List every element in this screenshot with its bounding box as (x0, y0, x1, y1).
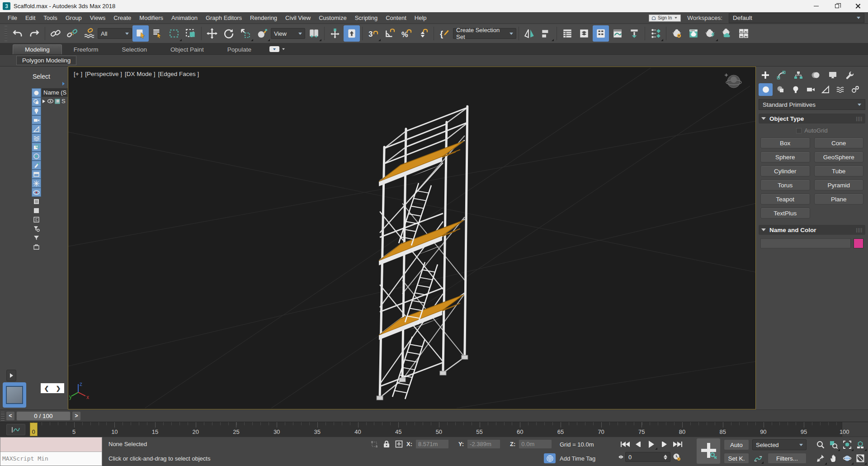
absolute-offset-toggle[interactable] (394, 440, 403, 449)
zoom-all-button[interactable] (827, 438, 841, 452)
scene-explorer-name-column[interactable]: Name (S (42, 88, 68, 97)
field-of-view-button[interactable] (814, 452, 827, 465)
viewport-menu-general[interactable]: [+ ] (74, 71, 82, 77)
mirror-button[interactable] (521, 25, 538, 42)
menu-customize[interactable]: Customize (315, 12, 350, 24)
box-button[interactable]: Box (760, 138, 810, 148)
menu-file[interactable]: File (4, 12, 21, 24)
tab-motion[interactable] (807, 69, 824, 81)
close-button[interactable] (847, 0, 868, 12)
display-influences-button[interactable] (32, 215, 41, 224)
z-coordinate-field[interactable]: 0.0m (519, 439, 552, 449)
category-shapes[interactable] (774, 83, 788, 96)
scene-object-name[interactable]: S (61, 98, 66, 105)
tab-utilities[interactable] (842, 69, 858, 81)
container-button[interactable] (32, 242, 41, 251)
select-and-manipulate-button[interactable] (327, 25, 343, 42)
geosphere-button[interactable]: GeoSphere (814, 152, 864, 162)
zoom-extents-all-button[interactable] (854, 438, 868, 452)
toggle-ribbon-button[interactable] (593, 25, 609, 42)
display-list-mode-button[interactable] (32, 197, 41, 206)
display-spacewarps-toggle[interactable] (32, 133, 41, 143)
display-geometry-toggle[interactable] (32, 88, 41, 97)
select-object-button[interactable] (132, 25, 149, 42)
cylinder-button[interactable]: Cylinder (760, 166, 810, 176)
previous-frame-button[interactable] (632, 438, 645, 450)
scene-3d-scaffold[interactable]: y z x (68, 67, 755, 409)
menu-create[interactable]: Create (109, 12, 135, 24)
viewport-menu-edged-faces[interactable]: [Edged Faces ] (158, 71, 199, 77)
curve-editor-button[interactable] (609, 25, 626, 42)
mini-curve-editor-button[interactable] (6, 424, 25, 435)
viewport-menu-shading[interactable]: [DX Mode ] (125, 71, 156, 77)
isolate-selection-toggle[interactable] (544, 453, 556, 463)
nav-right-button[interactable]: ❯ (52, 383, 64, 393)
display-shapes-toggle[interactable] (32, 97, 41, 106)
torus-button[interactable]: Torus (760, 180, 810, 190)
play-animation-button[interactable] (645, 438, 658, 450)
pan-view-button[interactable] (827, 452, 841, 465)
category-helpers[interactable] (818, 83, 832, 96)
use-pivot-point-center-button[interactable] (306, 25, 322, 42)
ribbon-tab-populate[interactable]: Populate (216, 45, 263, 54)
percent-snap-toggle-button[interactable]: % (398, 25, 415, 42)
bind-to-space-warp-button[interactable] (81, 25, 97, 42)
restore-button[interactable] (826, 0, 847, 12)
frame-nudge-arrows[interactable] (618, 455, 623, 459)
cone-button[interactable]: Cone (814, 138, 864, 148)
auto-key-button[interactable]: Auto (724, 439, 749, 450)
selection-filter-dropdown[interactable]: All (98, 28, 132, 39)
category-spacewarps[interactable] (833, 83, 847, 96)
menu-views[interactable]: Views (86, 12, 109, 24)
eye-icon[interactable] (47, 99, 53, 103)
render-production-button[interactable] (702, 25, 718, 42)
next-frame-arrow[interactable]: > (72, 411, 81, 421)
category-lights[interactable] (788, 83, 802, 96)
selection-lock-toggle[interactable] (382, 440, 391, 449)
set-key-mode-button[interactable]: Set K. (724, 453, 749, 464)
object-name-field[interactable] (760, 238, 851, 248)
angle-snap-toggle-button[interactable] (382, 25, 398, 42)
toggle-scene-explorer-button[interactable] (559, 25, 576, 42)
pyramid-button[interactable]: Pyramid (814, 180, 864, 190)
redo-button[interactable] (26, 25, 42, 42)
display-none-button[interactable] (32, 206, 41, 215)
toolbar-grip[interactable] (5, 26, 7, 41)
orbit-button[interactable] (840, 452, 854, 465)
maxscript-mini-listener[interactable]: MAXScript Min (0, 437, 102, 466)
filter-button[interactable] (32, 233, 41, 242)
expand-panel-button[interactable] (6, 370, 16, 381)
tab-create[interactable] (759, 69, 772, 81)
go-to-start-button[interactable] (618, 438, 632, 450)
menu-tools[interactable]: Tools (39, 12, 61, 24)
zoom-extents-button[interactable] (840, 438, 854, 452)
polygon-modeling-panel-tab[interactable]: Polygon Modeling (16, 56, 76, 65)
display-hidden-toggle[interactable] (32, 188, 41, 197)
ribbon-tab-object-paint[interactable]: Object Paint (159, 45, 216, 54)
nav-left-button[interactable]: ❮ (41, 383, 52, 393)
maximize-viewport-toggle[interactable] (854, 452, 868, 465)
next-frame-button[interactable] (658, 438, 671, 450)
window-crossing-toggle-button[interactable] (183, 25, 199, 42)
frame-spinner[interactable] (664, 455, 667, 460)
key-set-dropdown[interactable]: Selected (752, 439, 807, 450)
time-slider-grip[interactable] (1, 411, 5, 421)
select-and-place-button[interactable] (254, 25, 270, 42)
scaffold-model[interactable] (377, 106, 468, 400)
render-setup-button[interactable] (669, 25, 685, 42)
display-lights-toggle[interactable] (32, 106, 41, 115)
expand-arrow-icon[interactable] (42, 99, 46, 104)
display-groups-toggle[interactable] (32, 143, 41, 152)
track-bar[interactable]: 0 5 10 15 20 25 30 35 40 45 50 55 60 65 … (0, 422, 868, 437)
scene-explorer-row[interactable]: S (42, 97, 68, 105)
menu-animation[interactable]: Animation (167, 12, 202, 24)
tab-modify[interactable] (773, 69, 789, 81)
category-systems[interactable] (848, 83, 862, 96)
teapot-button[interactable]: Teapot (760, 194, 810, 204)
select-and-move-button[interactable] (204, 25, 220, 42)
spinner-snap-toggle-button[interactable] (415, 25, 431, 42)
tab-hierarchy[interactable] (790, 69, 807, 81)
rendered-frame-window-button[interactable] (685, 25, 702, 42)
sphere-button[interactable]: Sphere (760, 152, 810, 162)
keyboard-shortcut-override-toggle[interactable] (344, 25, 360, 42)
